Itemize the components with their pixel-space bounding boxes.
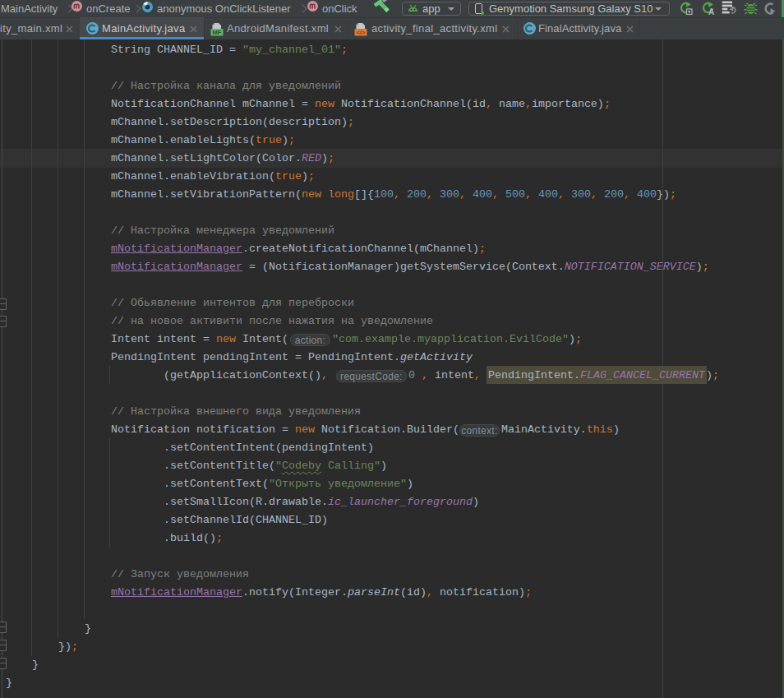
- svg-text:</>: </>: [357, 30, 365, 35]
- svg-text:MF: MF: [213, 29, 222, 36]
- svg-text:A: A: [708, 7, 714, 16]
